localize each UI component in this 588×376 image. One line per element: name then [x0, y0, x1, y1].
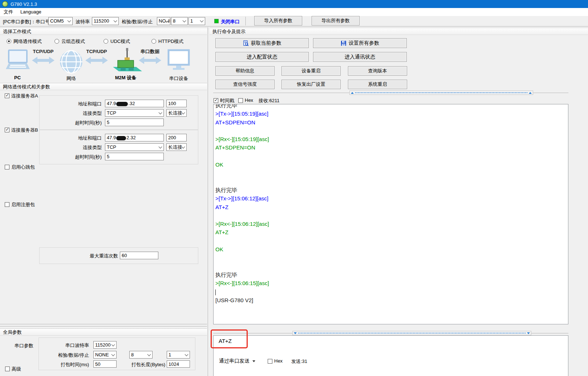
log-splitter-handle[interactable]	[349, 91, 533, 95]
link1-label: TCP/UDP	[33, 49, 53, 54]
radio-cloud-label: 云组态模式	[61, 38, 85, 45]
search-doc-icon	[243, 40, 249, 46]
advanced-label: 高级	[12, 366, 21, 372]
splitter-dots	[298, 333, 526, 333]
arrow-icon	[32, 57, 54, 64]
radio-httpd-mode[interactable]	[151, 39, 156, 44]
log-line: OK	[215, 245, 568, 253]
close-port-button[interactable]: 关闭串口	[221, 19, 240, 25]
send-hex-checkbox[interactable]	[268, 359, 272, 364]
baud-label: 波特率	[76, 19, 90, 25]
radio-udc-mode[interactable]	[104, 39, 108, 44]
query-version-button[interactable]: 查询版本	[348, 66, 407, 76]
send-text[interactable]: AT+Z	[214, 336, 568, 344]
serverA-checkbox[interactable]	[5, 93, 9, 98]
send-area[interactable]: AT+Z	[213, 335, 568, 376]
advanced-checkbox[interactable]	[5, 367, 10, 371]
timestamp-checkbox[interactable]	[214, 98, 218, 103]
import-params-button[interactable]: 导入所有参数	[254, 16, 302, 25]
serial-params-label: 串口参数	[15, 343, 33, 349]
system-reboot-button[interactable]: 系统重启	[348, 80, 407, 89]
serial-stopbits-select[interactable]: 1	[167, 351, 190, 359]
serverA-addr-label: 地址和端口	[54, 101, 102, 107]
serial-baud-select[interactable]: 115200	[93, 341, 117, 349]
serverA-type-select[interactable]: TCP	[105, 109, 164, 117]
log-splitter-line	[533, 93, 568, 93]
serial-parity-select[interactable]: NONE	[93, 351, 117, 359]
factory-reset-button[interactable]: 恢复出厂设置	[281, 80, 341, 89]
serverB-timeout-label: 超时时间(秒)	[54, 154, 102, 160]
serverB-type-select[interactable]: TCP	[105, 143, 164, 151]
radio-net-transparent-mode[interactable]	[7, 39, 11, 44]
log-splitter-line	[213, 93, 349, 93]
command-header: 执行命令及提示	[210, 28, 588, 35]
set-params-button[interactable]: 设置所有参数	[313, 38, 407, 48]
device-reboot-button[interactable]: 设备重启	[281, 66, 341, 76]
log-line: 执行完毕	[215, 186, 568, 194]
menu-language[interactable]: Language	[17, 8, 45, 16]
reconnect-label: 最大重连次数	[82, 253, 118, 259]
send-splitter-handle[interactable]	[292, 331, 531, 335]
serverB-timeout-input[interactable]: 5	[105, 153, 164, 160]
baud-select[interactable]: 115200	[92, 17, 119, 25]
enter-comm-button[interactable]: 进入通讯状态	[313, 52, 407, 62]
com-port-select[interactable]: COM5	[48, 17, 73, 25]
signal-strength-button[interactable]: 查信号强度	[215, 80, 275, 89]
log-line: AT+Z	[215, 203, 568, 211]
serial-baud-label: 串口波特率	[56, 342, 89, 349]
log-line: AT+SDPEN=ON	[215, 143, 568, 152]
serverB-type-label: 连接类型	[54, 144, 102, 151]
send-via-serial-button[interactable]: 通过串口发送	[219, 358, 255, 364]
timestamp-label: 时间戳	[220, 97, 234, 104]
serial-parity-label: 检验/数据/停止	[54, 352, 89, 359]
help-info-button[interactable]: 帮助信息	[215, 66, 275, 76]
log-line: [USR-G780 V2]	[215, 296, 568, 304]
pc-serial-label: [PC串口参数]：串口号	[3, 19, 50, 25]
transparent-params-header: 网络透传模式相关参数	[0, 83, 207, 90]
log-line: >[Rx<-][15:06:15][asc]	[215, 279, 568, 287]
serverA-connmode-select[interactable]: 长连接	[166, 109, 187, 117]
title-bar: G780 V2.1.3	[0, 0, 588, 8]
toolbar-divider	[0, 26, 588, 27]
log-line: 执行完毕	[215, 271, 568, 279]
serverA-address-input[interactable]: 47.9.32	[105, 100, 164, 107]
heartbeat-checkbox[interactable]	[5, 165, 9, 169]
serverB-connmode-select[interactable]: 长连接	[166, 143, 187, 151]
log-line: >[Tx->][15:06:12][asc]	[215, 194, 568, 203]
serverB-checkbox[interactable]	[5, 128, 9, 132]
recv-hex-checkbox[interactable]	[238, 98, 243, 103]
log-area[interactable]: 执行完毕>[Tx->][15:05:19][asc]AT+SDPEN=ON >[…	[213, 104, 568, 324]
address-mask-scribble	[116, 136, 126, 140]
panel-splitter[interactable]	[208, 27, 208, 376]
serial-databits-select[interactable]: 8	[129, 351, 153, 359]
radio-cloud-mode[interactable]	[54, 39, 59, 44]
stopbits-select[interactable]: 1	[188, 17, 205, 25]
databits-select[interactable]: 8	[171, 17, 188, 25]
log-line: >[Rx<-][15:06:12][asc]	[215, 220, 568, 228]
export-params-button[interactable]: 导出所有参数	[312, 16, 360, 25]
reconnect-group	[39, 247, 198, 264]
pc-label: PC	[14, 75, 21, 80]
collapse-up-icon	[351, 92, 354, 94]
serverB-address-input[interactable]: 47.92.32	[105, 134, 164, 141]
regpack-checkbox[interactable]	[5, 202, 9, 207]
menu-file[interactable]: 文件	[0, 8, 17, 16]
network-label: 网络	[66, 76, 76, 81]
log-line: AT+Z	[215, 228, 568, 236]
port-open-led	[214, 19, 219, 23]
m2m-device-icon	[113, 48, 142, 71]
app-icon	[2, 1, 8, 7]
parity-select[interactable]: NONI	[157, 17, 170, 25]
enter-config-button[interactable]: 进入配置状态	[215, 52, 309, 62]
log-line	[215, 237, 568, 245]
serverB-port-input[interactable]: 200	[166, 134, 187, 141]
serverA-timeout-input[interactable]: 5	[105, 119, 164, 126]
packtime-input[interactable]: 50	[93, 360, 117, 368]
window-title: G780 V2.1.3	[11, 1, 37, 7]
packlen-input[interactable]: 1024	[167, 360, 190, 368]
get-params-button[interactable]: 获取当前参数	[215, 38, 309, 48]
reconnect-input[interactable]: 60	[120, 252, 158, 259]
log-line	[215, 177, 568, 186]
serverA-timeout-label: 超时时间(秒)	[54, 120, 102, 126]
serverA-port-input[interactable]: 100	[166, 100, 187, 107]
